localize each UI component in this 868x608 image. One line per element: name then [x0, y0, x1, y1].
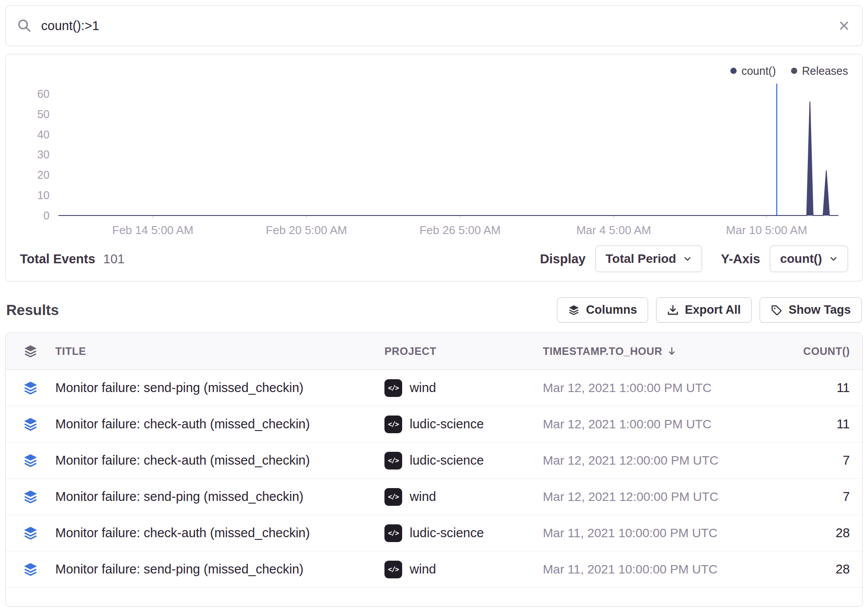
- stack-icon: [23, 417, 38, 432]
- legend-item-releases[interactable]: Releases: [791, 65, 848, 77]
- results-header: Results ColumnsExport AllShow Tags: [6, 297, 862, 323]
- button-label: Export All: [685, 303, 741, 317]
- project-platform-icon: </>: [384, 416, 402, 433]
- project-cell: </> wind: [384, 379, 543, 397]
- clear-search-button[interactable]: [837, 19, 851, 32]
- timestamp-cell: Mar 12, 2021 12:00:00 PM UTC: [543, 490, 787, 504]
- results-table: TITLE PROJECT TIMESTAMP.TO_HOUR COUNT() …: [5, 332, 863, 607]
- timestamp-cell: Mar 12, 2021 12:00:00 PM UTC: [543, 454, 787, 468]
- total-events-value: 101: [103, 252, 124, 266]
- display-label: Display: [540, 252, 586, 266]
- table-row[interactable]: Monitor failure: check-auth (missed_chec…: [6, 406, 862, 443]
- legend-dot: [791, 68, 797, 74]
- event-title-link[interactable]: Monitor failure: check-auth (missed_chec…: [55, 417, 310, 431]
- table-footer: [6, 588, 862, 606]
- project-name: ludic-science: [410, 526, 484, 540]
- count-cell: 11: [787, 381, 862, 395]
- project-cell: </> ludic-science: [384, 452, 543, 469]
- columns-button[interactable]: Columns: [557, 297, 648, 323]
- sort-desc-icon: [667, 346, 677, 356]
- stack-icon: [23, 489, 38, 504]
- legend-label: Releases: [802, 65, 848, 77]
- event-title-link[interactable]: Monitor failure: check-auth (missed_chec…: [55, 453, 310, 467]
- svg-text:Feb 26 5:00 AM: Feb 26 5:00 AM: [419, 223, 501, 237]
- legend-label: count(): [741, 65, 776, 77]
- yaxis-dropdown[interactable]: count(): [770, 246, 848, 272]
- chart-footer: Total Events 101 Display Total Period Y-…: [16, 243, 852, 273]
- timestamp-cell: Mar 12, 2021 1:00:00 PM UTC: [543, 381, 787, 395]
- svg-text:Mar 4 5:00 AM: Mar 4 5:00 AM: [576, 223, 651, 237]
- project-name: ludic-science: [410, 453, 484, 468]
- yaxis-dropdown-value: count(): [780, 252, 822, 266]
- results-heading: Results: [6, 302, 59, 319]
- count-cell: 7: [787, 489, 862, 504]
- search-icon: [17, 19, 31, 33]
- chart-panel: count()Releases 0102030405060Feb 14 5:00…: [5, 54, 863, 281]
- yaxis-label: Y-Axis: [721, 252, 760, 266]
- table-row[interactable]: Monitor failure: send-ping (missed_check…: [6, 370, 862, 406]
- count-cell: 28: [787, 526, 862, 540]
- show-tags-button[interactable]: Show Tags: [760, 297, 862, 323]
- event-title-link[interactable]: Monitor failure: send-ping (missed_check…: [55, 381, 303, 395]
- table-row[interactable]: Monitor failure: send-ping (missed_check…: [6, 479, 862, 515]
- project-platform-icon: </>: [384, 379, 402, 397]
- column-header-project[interactable]: PROJECT: [384, 345, 543, 358]
- results-actions: ColumnsExport AllShow Tags: [557, 297, 862, 323]
- svg-text:50: 50: [37, 108, 50, 120]
- column-header-title[interactable]: TITLE: [55, 345, 384, 358]
- stack-icon: [23, 562, 38, 577]
- stack-icon: [23, 526, 38, 541]
- event-title-cell: Monitor failure: send-ping (missed_check…: [55, 381, 384, 395]
- stack-icon[interactable]: [23, 344, 38, 358]
- event-title-link[interactable]: Monitor failure: check-auth (missed_chec…: [55, 526, 310, 540]
- legend-item-count[interactable]: count(): [730, 65, 776, 77]
- svg-text:0: 0: [43, 209, 50, 222]
- chart-legend: count()Releases: [16, 62, 852, 79]
- legend-dot: [730, 68, 737, 74]
- project-platform-icon: </>: [384, 561, 402, 578]
- svg-text:60: 60: [37, 88, 50, 100]
- event-title-link[interactable]: Monitor failure: send-ping (missed_check…: [55, 562, 303, 576]
- event-title-cell: Monitor failure: send-ping (missed_check…: [55, 489, 384, 504]
- project-name: ludic-science: [410, 417, 484, 431]
- event-title-link[interactable]: Monitor failure: send-ping (missed_check…: [55, 489, 303, 504]
- timestamp-cell: Mar 11, 2021 10:00:00 PM UTC: [543, 526, 787, 540]
- column-header-timestamp[interactable]: TIMESTAMP.TO_HOUR: [543, 345, 787, 358]
- download-icon: [667, 304, 679, 316]
- export-all-button[interactable]: Export All: [656, 297, 752, 323]
- stack-icon: [23, 453, 38, 468]
- table-row[interactable]: Monitor failure: check-auth (missed_chec…: [6, 443, 862, 479]
- svg-text:10: 10: [37, 189, 50, 201]
- timestamp-cell: Mar 12, 2021 1:00:00 PM UTC: [543, 417, 787, 431]
- event-title-cell: Monitor failure: check-auth (missed_chec…: [55, 453, 384, 468]
- search-input[interactable]: [40, 18, 829, 34]
- event-title-cell: Monitor failure: send-ping (missed_check…: [55, 562, 384, 577]
- stack-icon: [23, 381, 38, 396]
- svg-text:Feb 20 5:00 AM: Feb 20 5:00 AM: [266, 223, 347, 237]
- svg-text:Mar 10 5:00 AM: Mar 10 5:00 AM: [726, 223, 807, 237]
- table-body: Monitor failure: send-ping (missed_check…: [6, 370, 862, 588]
- column-header-count[interactable]: COUNT(): [787, 345, 862, 358]
- button-label: Show Tags: [788, 303, 851, 317]
- svg-text:20: 20: [37, 169, 50, 181]
- button-label: Columns: [586, 303, 637, 317]
- svg-text:40: 40: [37, 128, 50, 141]
- display-dropdown-value: Total Period: [606, 252, 676, 266]
- project-cell: </> wind: [384, 488, 543, 506]
- table-row[interactable]: Monitor failure: send-ping (missed_check…: [6, 551, 862, 588]
- project-cell: </> ludic-science: [384, 524, 543, 542]
- count-cell: 11: [787, 417, 862, 431]
- table-row[interactable]: Monitor failure: check-auth (missed_chec…: [6, 515, 862, 551]
- svg-text:Feb 14 5:00 AM: Feb 14 5:00 AM: [112, 223, 194, 237]
- layers-icon: [568, 304, 580, 316]
- chevron-down-icon: [829, 254, 838, 263]
- project-cell: </> ludic-science: [384, 416, 543, 433]
- tag-icon: [771, 304, 782, 316]
- project-name: wind: [410, 381, 436, 395]
- project-name: wind: [410, 562, 436, 577]
- display-dropdown[interactable]: Total Period: [595, 246, 703, 272]
- project-platform-icon: </>: [384, 524, 402, 542]
- project-platform-icon: </>: [384, 488, 402, 506]
- timestamp-cell: Mar 11, 2021 10:00:00 PM UTC: [543, 562, 787, 577]
- events-timeseries-chart[interactable]: 0102030405060Feb 14 5:00 AMFeb 20 5:00 A…: [16, 79, 852, 239]
